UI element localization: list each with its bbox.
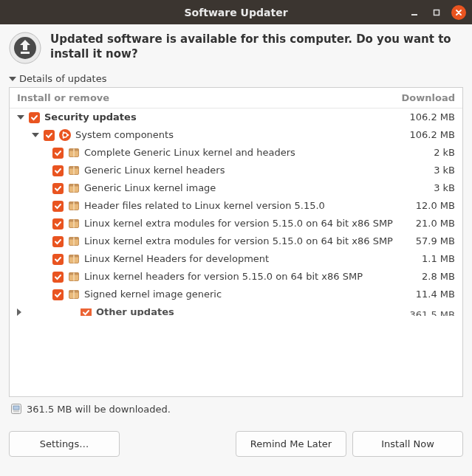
svg-rect-17 [73, 184, 75, 193]
download-summary: 361.5 MB will be downloaded. [9, 397, 463, 416]
package-row[interactable]: Generic Linux kernel headers3 kB [10, 162, 462, 179]
svg-rect-35 [73, 291, 75, 299]
package-icon [68, 147, 80, 159]
svg-point-6 [67, 134, 69, 137]
svg-rect-32 [73, 273, 75, 281]
checkbox[interactable] [52, 272, 64, 283]
package-row[interactable]: Linux kernel extra modules for version 5… [10, 215, 462, 232]
package-label: Complete Generic Linux kernel and header… [84, 146, 295, 159]
package-size: 2.8 MB [396, 270, 455, 283]
remind-later-button[interactable]: Remind Me Later [236, 431, 346, 457]
package-size: 12.0 MB [396, 199, 455, 213]
heading-text: Updated software is available for this c… [50, 32, 463, 62]
checkbox[interactable] [52, 289, 64, 300]
svg-rect-29 [73, 255, 75, 263]
maximize-button[interactable] [429, 5, 444, 20]
package-row[interactable]: Linux Kernel Headers for development1.1 … [10, 250, 462, 268]
checkbox[interactable] [44, 130, 55, 141]
system-components-label: System components [75, 128, 174, 142]
package-row[interactable]: Linux kernel headers for version 5.15.0 … [10, 268, 462, 286]
svg-rect-20 [73, 202, 75, 210]
checkbox[interactable] [52, 148, 64, 159]
window-buttons [407, 5, 466, 20]
column-install[interactable]: Install or remove [17, 92, 396, 103]
svg-rect-37 [13, 406, 19, 410]
checkbox[interactable] [52, 254, 64, 265]
list-body[interactable]: Security updates 106.2 MB [10, 108, 462, 395]
svg-rect-26 [73, 238, 75, 246]
package-label: Generic Linux kernel headers [84, 164, 225, 177]
security-updates-size: 106.2 MB [396, 111, 455, 124]
svg-point-8 [63, 137, 65, 139]
minimize-button[interactable] [407, 5, 422, 20]
package-label: Signed kernel image generic [84, 288, 222, 301]
details-expander[interactable]: Details of updates [9, 72, 463, 87]
package-row[interactable]: Signed kernel image generic11.4 MB [10, 286, 462, 303]
package-size: 3 kB [396, 164, 455, 177]
package-size: 11.4 MB [396, 288, 455, 301]
checkbox[interactable] [81, 308, 92, 316]
close-button[interactable] [451, 5, 466, 20]
package-row[interactable]: Generic Linux kernel image3 kB [10, 179, 462, 197]
package-icon [68, 182, 80, 194]
list-header: Install or remove Download [10, 88, 462, 108]
package-label: Linux kernel headers for version 5.15.0 … [84, 270, 363, 283]
software-updater-icon [9, 32, 41, 64]
package-row[interactable]: Header files related to Linux kernel ver… [10, 197, 462, 215]
svg-rect-1 [434, 10, 439, 15]
svg-point-5 [63, 133, 67, 137]
package-size: 3 kB [396, 182, 455, 195]
chevron-right-icon [17, 308, 76, 316]
header: Updated software is available for this c… [9, 32, 463, 64]
download-text: 361.5 MB will be downloaded. [27, 404, 171, 415]
install-now-button[interactable]: Install Now [352, 431, 463, 457]
checkbox[interactable] [52, 201, 64, 212]
package-row[interactable]: Linux kernel extra modules for version 5… [10, 232, 462, 250]
package-icon [68, 289, 80, 300]
package-icon [68, 218, 80, 230]
svg-point-7 [63, 131, 65, 134]
row-security-updates[interactable]: Security updates 106.2 MB [10, 108, 462, 126]
package-size: 2 kB [396, 146, 455, 159]
row-other-updates[interactable]: Other updates 361.5 MB [10, 306, 462, 318]
column-download[interactable]: Download [396, 92, 455, 103]
minimize-icon [410, 8, 419, 17]
details-label: Details of updates [19, 73, 106, 84]
package-size: 57.9 MB [396, 235, 455, 248]
svg-rect-38 [13, 410, 19, 413]
chevron-down-icon [32, 133, 39, 137]
action-buttons: Settings… Remind Me Later Install Now [9, 431, 463, 457]
security-updates-label: Security updates [44, 111, 137, 124]
package-label: Header files related to Linux kernel ver… [84, 199, 325, 213]
disk-icon [10, 403, 22, 415]
system-components-size: 106.2 MB [396, 128, 455, 142]
checkbox[interactable] [52, 183, 64, 194]
package-label: Linux kernel extra modules for version 5… [84, 235, 393, 248]
package-label: Generic Linux kernel image [84, 182, 216, 195]
row-system-components[interactable]: System components 106.2 MB [10, 126, 462, 144]
settings-button[interactable]: Settings… [9, 431, 120, 457]
checkbox[interactable] [52, 218, 64, 230]
checkbox[interactable] [52, 236, 64, 247]
svg-rect-23 [73, 220, 75, 228]
checkbox[interactable] [52, 165, 64, 176]
package-icon [68, 253, 80, 265]
app-icon [9, 32, 41, 64]
package-row[interactable]: Complete Generic Linux kernel and header… [10, 144, 462, 162]
svg-rect-11 [73, 149, 75, 157]
close-icon [454, 8, 463, 17]
chevron-down-icon [9, 77, 16, 81]
package-icon [68, 235, 80, 247]
package-label: Linux kernel extra modules for version 5… [84, 217, 393, 230]
svg-rect-4 [21, 52, 30, 54]
svg-rect-14 [73, 167, 75, 175]
package-label: Linux Kernel Headers for development [84, 252, 269, 266]
titlebar: Software Updater [0, 0, 472, 24]
package-icon [68, 165, 80, 176]
updates-list: Install or remove Download Security upda… [9, 87, 463, 397]
package-icon [68, 200, 80, 212]
checkbox[interactable] [29, 112, 40, 123]
other-updates-size: 361.5 MB [396, 308, 455, 316]
window-title: Software Updater [0, 7, 472, 18]
svg-rect-0 [411, 14, 417, 15]
